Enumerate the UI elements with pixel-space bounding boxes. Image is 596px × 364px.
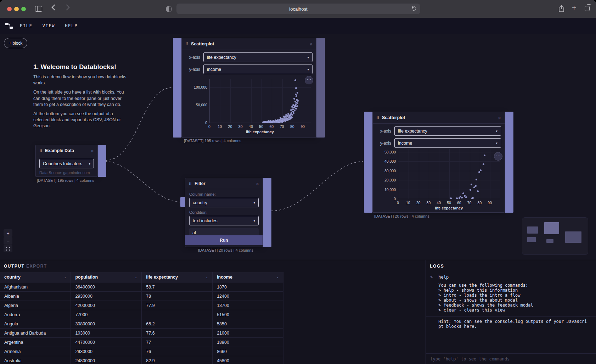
scatter-chart: 0102030405060708090010,00020,00030,00040…: [373, 112, 505, 212]
output-handle[interactable]: [98, 145, 106, 177]
minimap[interactable]: [522, 217, 588, 255]
node-filter[interactable]: ⠿ Filter × Column name: country ▾ Condit…: [185, 178, 263, 247]
table-row[interactable]: Australia2480000082.945800: [0, 356, 283, 364]
table-row[interactable]: Argentina447000007718900: [0, 338, 283, 347]
back-icon[interactable]: [52, 5, 58, 11]
new-tab-icon[interactable]: +: [572, 4, 576, 12]
input-handle[interactable]: [364, 112, 372, 213]
scatter-point: [296, 95, 297, 97]
dataset-select[interactable]: Countries Indicators ▾: [39, 159, 94, 168]
scatter-point: [450, 197, 452, 199]
reload-icon[interactable]: [411, 6, 416, 11]
x-tick-label: 80: [475, 201, 484, 205]
node-scatterplot-1[interactable]: ⠿ Scatterplot × x-axis life expectancy ▾…: [181, 38, 316, 138]
zoom-out-button[interactable]: −: [4, 237, 12, 245]
menu-view[interactable]: VIEW: [43, 23, 55, 28]
logs-panel: LOGS >helpYou can use the following comm…: [426, 260, 596, 364]
table-row[interactable]: Afghanistan3640000058.71870: [0, 282, 283, 292]
dataset-caption: [DATASET] 20 rows | 4 columns: [374, 214, 429, 218]
y-tick-label: 30,000: [373, 169, 396, 173]
table-cell: 36400000: [71, 282, 142, 292]
run-button[interactable]: Run: [185, 235, 263, 245]
x-tick-label: 90: [298, 124, 307, 129]
more-options-button[interactable]: ⋯: [305, 76, 313, 84]
output-handle[interactable]: [505, 112, 513, 213]
gridline: [272, 79, 272, 123]
condition-select[interactable]: text includes ▾: [189, 216, 259, 225]
table-row[interactable]: Angola3080000065.25850: [0, 319, 283, 329]
more-options-button[interactable]: ⋯: [494, 152, 502, 161]
flow-canvas[interactable]: + block 1. Welcome to Datablocks! This i…: [0, 34, 596, 260]
node-scatterplot-2[interactable]: ⠿ Scatterplot × x-axis life expectancy ▾…: [372, 112, 505, 213]
gridline: [398, 190, 500, 190]
window-zoom-button[interactable]: [21, 7, 26, 11]
table-cell: Andorra: [0, 310, 71, 319]
column-header[interactable]: country▲: [0, 272, 71, 282]
table-row[interactable]: Algeria4200000077.913700: [0, 301, 283, 310]
column-header[interactable]: life expectancy▲: [142, 272, 213, 282]
menu-file[interactable]: FILE: [20, 23, 33, 28]
table-cell: [142, 310, 213, 319]
table-row[interactable]: Antigua and Barbuda10300077.621000: [0, 329, 283, 338]
output-handle[interactable]: [263, 178, 271, 247]
gridline: [220, 79, 220, 123]
table-cell: 21000: [213, 329, 283, 338]
scatter-point: [297, 92, 298, 94]
gridline: [251, 79, 252, 123]
gridline: [490, 149, 490, 199]
table-cell: 44700000: [71, 338, 142, 347]
drag-handle-icon[interactable]: ⠿: [39, 149, 42, 153]
table-row[interactable]: Albania29300007812400: [0, 292, 283, 301]
output-handle[interactable]: [316, 38, 325, 138]
x-tick-label: 40: [434, 201, 443, 205]
logs-command-input[interactable]: [426, 357, 596, 362]
table-cell: 5850: [213, 319, 283, 329]
close-icon[interactable]: ×: [91, 148, 94, 153]
output-table: country▲population▲life expectancy▲incom…: [0, 272, 283, 364]
log-hint: Hint: You can see the console.log output…: [438, 319, 592, 329]
node-example-data[interactable]: ⠿ Example Data × Countries Indicators ▾ …: [35, 145, 98, 177]
sidebar-toggle-icon[interactable]: [35, 6, 42, 12]
close-icon[interactable]: ×: [256, 181, 259, 186]
column-header[interactable]: population▲: [71, 272, 142, 282]
table-header: country▲population▲life expectancy▲incom…: [0, 272, 283, 282]
sort-arrow-icon: ▲: [135, 276, 137, 279]
scatter-chart: 0102030405060708090050,000100,000life ex…: [182, 38, 316, 137]
welcome-paragraph: On the left side you have a list with bl…: [33, 89, 130, 108]
zoom-in-button[interactable]: +: [4, 229, 12, 237]
window-close-button[interactable]: [7, 7, 12, 11]
menu-help[interactable]: HELP: [65, 23, 78, 28]
add-block-button[interactable]: + block: [4, 38, 27, 48]
table-cell: 8660: [213, 347, 283, 356]
input-handle[interactable]: [173, 38, 181, 138]
privacy-shield-icon[interactable]: [166, 6, 172, 12]
node-header[interactable]: ⠿ Example Data ×: [36, 145, 97, 156]
minimap-node: [546, 239, 553, 243]
x-tick-label: 0: [205, 124, 214, 129]
gridline: [449, 149, 450, 199]
welcome-paragraph: This is a demo flow to show you how data…: [33, 74, 130, 86]
table-cell: Algeria: [0, 301, 71, 310]
url-text: localhost: [289, 6, 307, 12]
y-tick-label: 50,000: [373, 150, 396, 154]
column-header[interactable]: income▲: [213, 272, 283, 282]
x-tick-label: 50: [444, 201, 454, 205]
drag-handle-icon[interactable]: ⠿: [189, 181, 192, 186]
tab-overview-icon[interactable]: [585, 6, 590, 11]
column-name-label: Column name:: [189, 192, 263, 196]
welcome-note: 1. Welcome to Datablocks! This is a demo…: [33, 63, 130, 133]
node-header[interactable]: ⠿ Filter ×: [185, 178, 263, 189]
window-minimize-button[interactable]: [14, 7, 19, 11]
y-tick-label: 0: [373, 197, 396, 201]
input-handle[interactable]: [180, 197, 185, 207]
scatter-point: [294, 79, 296, 81]
address-bar[interactable]: localhost: [176, 4, 420, 14]
fit-view-button[interactable]: [4, 245, 12, 252]
column-select[interactable]: country ▾: [189, 198, 259, 207]
share-icon[interactable]: [558, 5, 564, 12]
table-row[interactable]: Armenia2930000768660: [0, 347, 283, 356]
tab-export[interactable]: EXPORT: [26, 264, 47, 269]
table-row[interactable]: Andorra7700051500: [0, 310, 283, 319]
y-tick-label: 40,000: [373, 159, 396, 163]
tab-output[interactable]: OUTPUT: [4, 264, 24, 269]
